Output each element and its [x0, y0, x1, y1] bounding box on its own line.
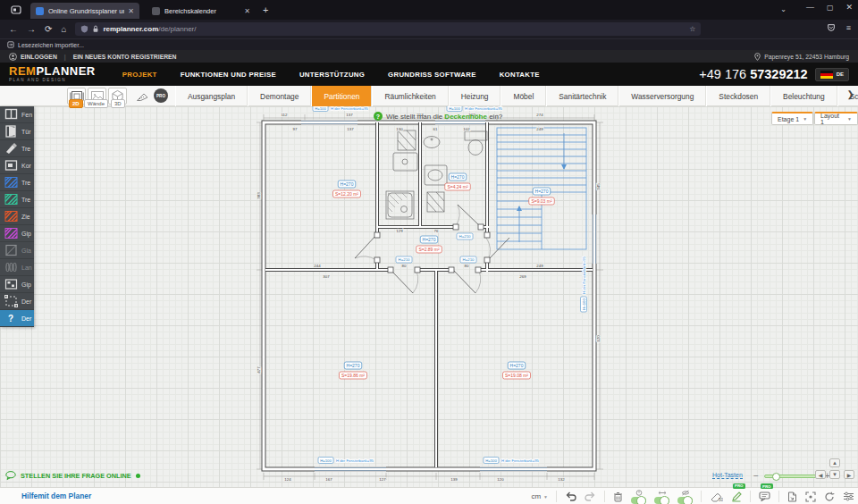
lock-icon[interactable] — [92, 25, 99, 33]
status-bar: Hilfemit dem Planer cm▼ 50 PRO PRO — [0, 487, 858, 504]
browser-view-button[interactable] — [7, 3, 25, 17]
zoom-track[interactable] — [764, 475, 820, 478]
sidebar-tool-label: Tre — [21, 197, 30, 203]
window-minimize-button[interactable]: — — [806, 3, 814, 12]
undo-button[interactable] — [565, 491, 576, 501]
back-button[interactable]: ← — [9, 24, 18, 34]
sidebar-tool-5-hatch[interactable]: Tre — [0, 191, 34, 208]
planner-tab-ausgangsplan[interactable]: Ausgangsplan — [175, 86, 248, 106]
unit-dropdown[interactable]: cm▼ — [531, 492, 548, 500]
bookmark-star-icon[interactable]: ☆ — [689, 25, 695, 33]
pan-down-button[interactable]: ▼ — [829, 470, 840, 479]
shield-icon[interactable] — [80, 25, 88, 33]
plan-canvas[interactable]: 1121372131022749713713061102249129768080… — [0, 106, 858, 487]
sidebar-tool-4-hatch[interactable]: Tre — [0, 174, 34, 191]
nav-item-funktionen-und-preise[interactable]: FUNKTIONEN UND PREISE — [181, 71, 276, 79]
svg-text:102: 102 — [463, 127, 470, 131]
comment-pro-button[interactable]: PRO — [759, 491, 770, 501]
sidebar-tool-10-board[interactable]: Gip — [0, 276, 34, 293]
sidebar-tool-7-hatch[interactable]: Gip — [0, 225, 34, 242]
tab-close-icon[interactable]: ✕ — [244, 7, 250, 15]
planner-tab-räumlichkeiten[interactable]: Räumlichkeiten — [372, 86, 448, 106]
pocket-icon[interactable] — [827, 23, 836, 32]
zoom-out-icon[interactable]: − — [753, 471, 759, 481]
planner-tab-beleuchtung[interactable]: Beleuchtung — [770, 86, 837, 106]
planner-tab-steckdosen[interactable]: Steckdosen — [706, 86, 770, 106]
sidebar-tool-1-door[interactable]: Tür — [0, 123, 34, 140]
ask-question-online-link[interactable]: STELLEN SIE IHRE FRAGE ONLINE — [5, 471, 140, 480]
zoom-knob[interactable] — [772, 473, 780, 481]
home-button[interactable]: ⌂ — [61, 24, 66, 34]
draw-pro-button[interactable]: PRO — [731, 491, 742, 502]
window-maximize-button[interactable]: ▢ — [827, 4, 834, 12]
visibility-toggle[interactable] — [677, 490, 693, 504]
pro-badge-button[interactable]: PRO — [154, 88, 168, 103]
planner-tab-partitionen[interactable]: Partitionen — [311, 86, 372, 106]
url-field[interactable]: remplanner.com/de/planner/ ☆ — [75, 22, 701, 36]
sidebar-tool-label: Gip — [21, 231, 31, 237]
window-close-button[interactable]: ✕ — [845, 3, 853, 12]
floor-selector[interactable]: Etage 1▼ — [771, 112, 813, 125]
planner-tab-wasserversorgung[interactable]: Wasserversorgung — [618, 86, 706, 106]
export-document-button[interactable] — [787, 491, 797, 502]
register-link[interactable]: EIN NEUES KONTO REGISTRIEREN — [73, 54, 177, 60]
help-line[interactable]: ? Wie stellt man die Deckenhöhe ein? — [374, 112, 502, 121]
sidebar-tool-0-window[interactable]: Fen — [0, 106, 34, 123]
browser-tab-planner[interactable]: Online Grundrissplaner und De ✕ — [30, 3, 139, 19]
snap-toggle[interactable] — [631, 490, 646, 504]
layout-selector[interactable]: Layout 1▼ — [814, 112, 858, 125]
reload-button[interactable]: ⟳ — [45, 24, 52, 34]
logo-planner: PLANNER — [36, 64, 95, 78]
pan-right-button[interactable]: ▶ — [844, 470, 854, 479]
nav-item-kontakte[interactable]: KONTAKTE — [500, 71, 540, 79]
hatch-icon — [0, 227, 21, 239]
dimensions-toggle[interactable] — [654, 490, 669, 504]
focus-view-button[interactable] — [805, 491, 816, 502]
login-link[interactable]: EINLOGGEN — [21, 54, 57, 60]
settings-sliders-button[interactable] — [843, 491, 854, 501]
remplanner-logo[interactable]: REMPLANNER PLAN AND DESIGN — [9, 65, 96, 83]
delete-button[interactable] — [613, 491, 623, 502]
svg-text:269: 269 — [519, 274, 526, 279]
nav-item-unterst-tzung[interactable]: UNTERSTÜTZUNG — [299, 71, 365, 79]
sidebar-tool-6-hatch[interactable]: Zie — [0, 208, 34, 225]
hotkeys-link[interactable]: Hot-Tasten — [712, 472, 743, 479]
forward-button[interactable]: → — [27, 24, 36, 34]
sidebar-tool-9-columns[interactable]: Lan — [0, 259, 34, 276]
tab-list-chevron-icon[interactable]: ⌄ — [780, 5, 786, 13]
svg-text:H=100: H=100 — [315, 106, 326, 111]
tab-close-icon[interactable]: ✕ — [128, 7, 134, 15]
browser-tab-calendar[interactable]: Bereichskalender ✕ — [147, 3, 256, 19]
svg-text:H=270: H=270 — [347, 363, 360, 368]
new-tab-button[interactable]: + — [263, 4, 268, 15]
planner-tab-sanitärtechnik[interactable]: Sanitärtechnik — [546, 86, 618, 106]
tabs-overflow-chevron[interactable]: ❯ — [847, 89, 854, 99]
sidebar-tool-2-tool[interactable]: Tre — [0, 140, 34, 157]
sidebar-tool-label: Tür — [21, 129, 31, 135]
rotate-button[interactable] — [824, 491, 835, 502]
import-bookmarks-item[interactable]: Lesezeichen importier... — [7, 41, 84, 48]
language-selector[interactable]: DE — [815, 68, 849, 81]
planner-tab-demontage[interactable]: Demontage — [248, 86, 311, 106]
redo-button[interactable] — [585, 491, 596, 501]
eraser-size-button[interactable]: 50 — [710, 491, 723, 502]
planner-tab-möbel[interactable]: Möbel — [500, 86, 546, 106]
sidebar-tool-11-select[interactable]: Der — [0, 293, 34, 310]
phone-number[interactable]: +49 176 57329212 — [699, 67, 807, 81]
svg-text:307: 307 — [323, 274, 330, 279]
planner-help-link[interactable]: Hilfemit dem Planer — [21, 491, 91, 500]
pan-left-button[interactable]: ◀ — [815, 470, 826, 479]
sidebar-tool-8-glass[interactable]: Gla — [0, 242, 34, 259]
sidebar-tool-3-frame[interactable]: Kor — [0, 157, 34, 174]
sidebar-tool-12-question[interactable]: ?Der — [0, 310, 34, 327]
nav-item-grundriss-software[interactable]: GRUNDRISS SOFTWARE — [388, 71, 476, 79]
pan-up-button[interactable]: ▲ — [829, 458, 840, 467]
measure-tool-button[interactable] — [136, 89, 149, 105]
logo-rem: REM — [9, 64, 36, 78]
planner-tab-heizung[interactable]: Heizung — [449, 86, 501, 106]
sidebar-tool-label: Kor — [21, 163, 31, 169]
svg-text:H=100: H=100 — [582, 298, 586, 310]
nav-item-projekt[interactable]: PROJEKT — [122, 71, 157, 79]
menu-hamburger-icon[interactable]: ≡ — [846, 23, 851, 32]
board-icon — [0, 278, 21, 290]
